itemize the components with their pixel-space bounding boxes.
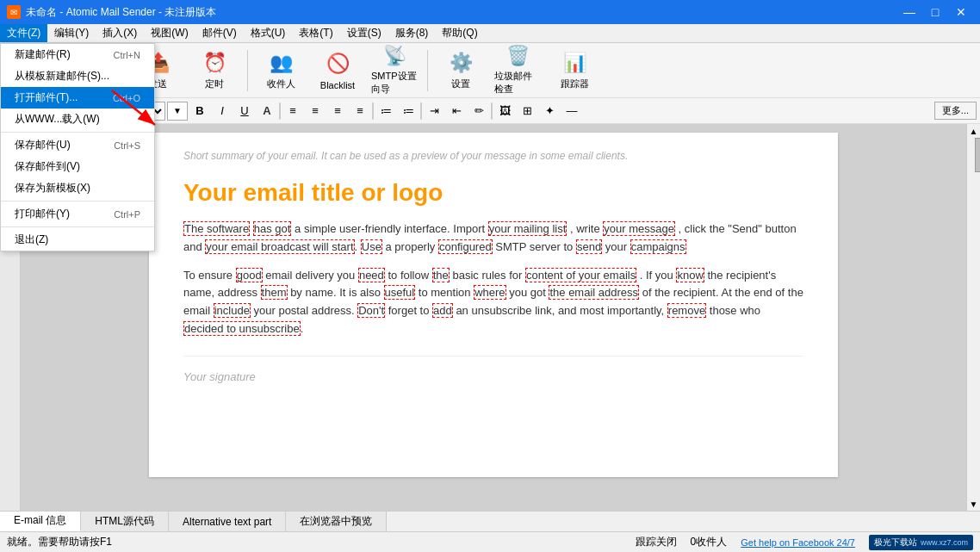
menu-edit[interactable]: 编辑(Y): [47, 24, 96, 42]
outdent-button[interactable]: ⇤: [446, 101, 467, 121]
highlight-good: good: [236, 268, 263, 282]
menu-mail[interactable]: 邮件(V): [195, 24, 244, 42]
size-dropdown[interactable]: ▼: [167, 102, 188, 121]
tab-browser-preview[interactable]: 在浏览器中预览: [286, 512, 387, 531]
recipients-icon: 👥: [267, 51, 295, 75]
scroll-thumb[interactable]: [975, 138, 981, 172]
highlight-know: know: [676, 268, 704, 282]
help-link[interactable]: Get help on Facebook 24/7: [741, 537, 855, 548]
toolbar-tracker[interactable]: 📊 跟踪器: [547, 47, 602, 95]
app-icon: ✉: [7, 5, 21, 19]
email-body: The software has got a simple user-frien…: [183, 220, 803, 338]
line-button[interactable]: —: [561, 101, 582, 121]
file-dropdown-menu: 新建邮件(R) Ctrl+N 从模板新建邮件(S)... 打开邮件(T)... …: [0, 43, 155, 251]
toolbar-blacklist[interactable]: 🚫 Blacklist: [310, 47, 365, 95]
tracking-status: 跟踪关闭: [636, 535, 677, 549]
align-center-button[interactable]: ≡: [305, 101, 326, 121]
menu-save-mail[interactable]: 保存邮件(U) Ctrl+S: [1, 134, 154, 156]
list-ol-button[interactable]: ≔: [375, 101, 396, 121]
menu-load-www[interactable]: 从WWW...载入(W): [1, 109, 154, 130]
smtp-icon: 📡: [381, 45, 408, 67]
image-button[interactable]: 🖼: [494, 101, 515, 121]
menu-view[interactable]: 视图(W): [144, 24, 195, 42]
toolbar-schedule[interactable]: ⏰ 定时: [187, 47, 242, 95]
menu-bar: 文件(Z) 编辑(Y) 插入(X) 视图(W) 邮件(V) 格式(U) 表格(T…: [0, 24, 980, 43]
minimize-button[interactable]: —: [897, 0, 921, 24]
italic-button[interactable]: I: [212, 101, 233, 121]
align-left-button[interactable]: ≡: [282, 101, 303, 121]
menu-exit[interactable]: 退出(Z): [1, 229, 154, 251]
highlight-remove: remove: [667, 303, 706, 318]
blacklist-icon: 🚫: [324, 51, 351, 78]
more-button[interactable]: 更多...: [934, 102, 977, 120]
highlight-hasgot: has got: [253, 221, 292, 236]
indent-button[interactable]: ⇥: [424, 101, 444, 121]
font-color-button[interactable]: A: [257, 101, 277, 121]
email-title[interactable]: Your email title or logo: [183, 179, 803, 207]
toolbar-spam-check[interactable]: 🗑️ 垃圾邮件检查: [490, 47, 545, 95]
scroll-up-arrow[interactable]: ▲: [967, 124, 981, 138]
recipients-count: 0收件人: [691, 535, 728, 549]
settings-icon: ⚙️: [447, 51, 474, 75]
spam-icon: 🗑️: [504, 45, 531, 67]
highlight-dont: Don't: [357, 303, 385, 318]
email-canvas: Short summary of your email. It can be u…: [149, 133, 838, 477]
toolbar-settings[interactable]: ⚙️ 设置: [433, 47, 488, 95]
table-button[interactable]: ⊞: [517, 101, 537, 121]
menu-help[interactable]: 帮助(Q): [435, 24, 484, 42]
tab-email-info[interactable]: E-mail 信息: [0, 512, 81, 531]
highlight-message: your message: [603, 221, 675, 236]
highlight-send: send: [576, 239, 602, 254]
tab-html-source[interactable]: HTML源代码: [81, 512, 169, 531]
watermark: 极光下载站 www.xz7.com: [869, 535, 973, 550]
align-right-button[interactable]: ≡: [327, 101, 348, 121]
menu-save-template[interactable]: 保存为新模板(X): [1, 177, 154, 199]
toolbar-sep-3: [427, 50, 428, 91]
highlight-broadcast: your email broadcast will start: [205, 239, 354, 254]
tracker-icon: 📊: [561, 51, 588, 75]
email-preview-text: Short summary of your email. It can be u…: [183, 150, 803, 162]
toolbar-recipients[interactable]: 👥 收件人: [253, 47, 308, 95]
menu-new-from-template[interactable]: 从模板新建邮件(S)...: [1, 65, 154, 87]
maximize-button[interactable]: □: [923, 0, 947, 24]
format-sep-2: [372, 102, 374, 120]
format-sep-4: [491, 102, 493, 120]
close-button[interactable]: ✕: [949, 0, 973, 24]
menu-settings[interactable]: 设置(S): [340, 24, 388, 42]
menu-print-mail[interactable]: 打印邮件(Y) Ctrl+P: [1, 203, 154, 225]
menu-file[interactable]: 文件(Z): [0, 24, 47, 42]
highlight-button[interactable]: ✏: [468, 101, 489, 121]
menu-new-mail[interactable]: 新建邮件(R) Ctrl+N: [1, 44, 154, 65]
highlight-include: include: [214, 303, 251, 318]
status-bar: 就绪。需要帮助请按F1 跟踪关闭 0收件人 Get help on Facebo…: [0, 531, 980, 552]
highlight-content: content of your emails: [525, 268, 636, 282]
underline-button[interactable]: U: [234, 101, 255, 121]
menu-table[interactable]: 表格(T): [292, 24, 339, 42]
menu-save-mail-to[interactable]: 保存邮件到(V): [1, 156, 154, 177]
tab-alternative-text[interactable]: Alternative text part: [169, 512, 286, 531]
bold-button[interactable]: B: [189, 101, 210, 121]
watermark-url: www.xz7.com: [921, 538, 968, 547]
menu-format[interactable]: 格式(U): [244, 24, 293, 42]
highlight-add: add: [432, 303, 453, 318]
window-title: 未命名 - Atomic Mail Sender - 未注册版本: [26, 5, 216, 20]
format-sep-3: [420, 102, 422, 120]
content-area[interactable]: Short summary of your email. It can be u…: [21, 124, 966, 511]
list-ul-button[interactable]: ≔: [398, 101, 419, 121]
highlight-them: them: [261, 285, 288, 300]
right-scrollbar[interactable]: ▲ ▼: [966, 124, 980, 511]
highlight-decided: decided to unsubscribe: [183, 321, 301, 336]
title-bar: ✉ 未命名 - Atomic Mail Sender - 未注册版本 — □ ✕: [0, 0, 980, 24]
scroll-down-arrow[interactable]: ▼: [967, 497, 981, 511]
align-justify-button[interactable]: ≡: [350, 101, 370, 121]
highlight-mailinglist: your mailing list: [488, 221, 568, 236]
menu-services[interactable]: 服务(8): [388, 24, 436, 42]
menu-open-mail[interactable]: 打开邮件(T)... Ctrl+O: [1, 87, 154, 109]
highlight-the: the: [432, 268, 450, 282]
highlight-useful: useful: [384, 285, 416, 300]
menu-insert[interactable]: 插入(X): [96, 24, 144, 42]
watermark-logo: 极光下载站: [874, 536, 917, 549]
toolbar-smtp[interactable]: 📡 SMTP设置向导: [367, 47, 422, 95]
schedule-icon: ⏰: [201, 51, 228, 75]
special-button[interactable]: ✦: [539, 101, 560, 121]
